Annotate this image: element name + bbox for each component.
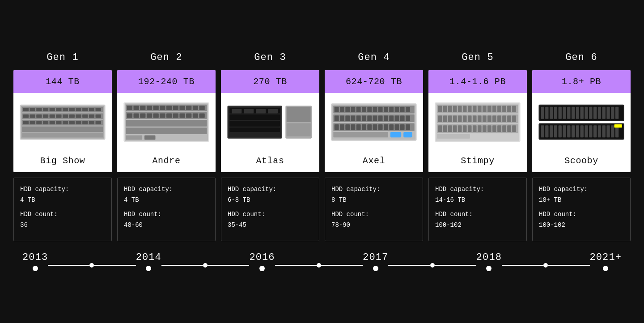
svg-rect-68 [160, 114, 165, 118]
svg-rect-210 [611, 107, 614, 119]
svg-rect-118 [378, 116, 383, 121]
hdd-capacity-value-4: 8 TB [331, 195, 416, 206]
svg-rect-51 [127, 106, 132, 110]
svg-rect-42 [96, 121, 101, 124]
gen-header-6: Gen 6 [532, 52, 631, 63]
svg-rect-65 [140, 114, 145, 118]
server-card-6: 1.8+ PB Scooby [532, 70, 631, 172]
spec-card-2: HDD capacity: 4 TB HDD count: 48-60 [117, 178, 216, 241]
svg-rect-106 [389, 107, 394, 112]
svg-rect-216 [550, 126, 553, 138]
svg-rect-48 [126, 128, 207, 135]
hdd-count-value-6: 100-102 [539, 220, 624, 231]
server-image-4 [325, 93, 423, 151]
svg-rect-232 [614, 124, 622, 128]
svg-rect-228 [602, 126, 606, 138]
main-container: Gen 1Gen 2Gen 3Gen 4Gen 5Gen 6 144 TB Bi… [13, 52, 631, 271]
server-image-6 [532, 93, 631, 151]
svg-rect-40 [82, 121, 88, 124]
svg-rect-175 [512, 116, 516, 123]
svg-rect-97 [340, 107, 344, 112]
svg-rect-223 [580, 126, 584, 138]
svg-rect-153 [483, 106, 487, 113]
svg-rect-164 [458, 116, 462, 123]
cards-row: 144 TB Big Show192-240 TB Andre270 TB At… [13, 70, 631, 172]
hdd-capacity-value-5: 14-16 TB [435, 195, 520, 206]
svg-rect-150 [468, 106, 472, 113]
timeline-dot-3 [259, 266, 265, 271]
svg-rect-200 [567, 107, 570, 119]
svg-rect-187 [492, 126, 496, 132]
svg-rect-5 [22, 127, 103, 132]
svg-rect-21 [36, 115, 42, 118]
svg-rect-202 [576, 107, 579, 119]
svg-rect-181 [463, 126, 467, 132]
gen-headers-row: Gen 1Gen 2Gen 3Gen 4Gen 5Gen 6 [13, 52, 631, 63]
svg-rect-49 [126, 136, 142, 140]
spec-card-6: HDD capacity: 18+ TB HDD count: 100-102 [532, 178, 631, 241]
specs-row: HDD capacity: 4 TB HDD count: 36 HDD cap… [13, 178, 631, 241]
svg-rect-115 [362, 116, 366, 121]
svg-rect-126 [345, 124, 350, 130]
server-image-3 [221, 93, 319, 151]
svg-rect-26 [69, 115, 75, 118]
svg-rect-39 [76, 121, 81, 124]
gen-header-1: Gen 1 [13, 52, 112, 63]
svg-rect-147 [453, 106, 457, 113]
server-name-5: Stimpy [428, 151, 527, 172]
spec-card-3: HDD capacity: 6-8 TB HDD count: 35-45 [221, 178, 319, 241]
svg-rect-229 [606, 126, 610, 138]
svg-rect-62 [199, 106, 205, 110]
svg-rect-111 [340, 116, 344, 121]
svg-rect-188 [497, 126, 501, 132]
timeline-item-5: 2018 [476, 252, 502, 271]
timeline-dot-5 [486, 266, 491, 271]
svg-rect-117 [373, 116, 377, 121]
svg-rect-113 [351, 116, 356, 121]
spec-card-1: HDD capacity: 4 TB HDD count: 36 [13, 178, 112, 241]
svg-rect-110 [335, 116, 339, 121]
svg-rect-83 [287, 123, 311, 136]
svg-rect-230 [611, 126, 614, 138]
svg-rect-127 [351, 124, 356, 130]
svg-rect-14 [69, 108, 75, 111]
svg-rect-32 [30, 121, 35, 124]
svg-rect-112 [345, 116, 350, 121]
svg-rect-214 [541, 126, 544, 138]
svg-rect-201 [572, 107, 575, 119]
svg-rect-85 [244, 109, 254, 114]
svg-rect-8 [30, 108, 35, 111]
svg-rect-74 [199, 114, 205, 118]
hdd-count-value-4: 78-90 [331, 220, 416, 231]
gen-header-3: Gen 3 [221, 52, 319, 63]
svg-rect-64 [134, 114, 139, 118]
svg-rect-158 [507, 106, 511, 113]
svg-rect-98 [345, 107, 350, 112]
svg-rect-60 [186, 106, 191, 110]
svg-rect-123 [406, 116, 410, 121]
timeline-mid-dot-2 [203, 263, 208, 268]
svg-rect-23 [50, 115, 55, 118]
hdd-capacity-value-3: 6-8 TB [228, 195, 313, 206]
svg-rect-13 [63, 108, 68, 111]
svg-rect-16 [82, 108, 88, 111]
svg-rect-194 [541, 107, 544, 119]
capacity-badge-4: 624-720 TB [325, 70, 423, 93]
svg-rect-84 [232, 109, 242, 114]
svg-rect-209 [606, 107, 610, 119]
svg-rect-133 [384, 124, 388, 130]
svg-rect-37 [63, 121, 68, 124]
svg-rect-105 [384, 107, 388, 112]
timeline-segment-1 [48, 263, 136, 268]
svg-rect-24 [56, 115, 61, 118]
svg-rect-35 [50, 121, 55, 124]
svg-rect-66 [147, 114, 152, 118]
svg-rect-94 [390, 132, 402, 137]
timeline-mid-dot-3 [317, 263, 321, 268]
svg-rect-55 [153, 106, 159, 110]
svg-rect-78 [229, 115, 280, 120]
svg-rect-93 [333, 132, 388, 137]
svg-rect-227 [598, 126, 601, 138]
timeline: 201320142016201720182021+ [13, 252, 631, 271]
hdd-count-label-6: HDD count: [539, 211, 576, 218]
